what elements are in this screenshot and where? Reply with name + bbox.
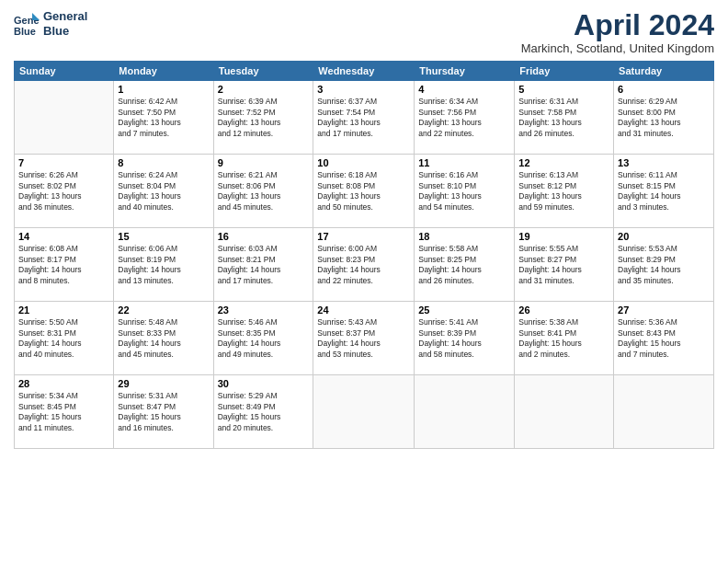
day-info: Sunrise: 5:36 AM Sunset: 8:43 PM Dayligh… bbox=[618, 317, 710, 360]
calendar-cell: 27Sunrise: 5:36 AM Sunset: 8:43 PM Dayli… bbox=[614, 302, 714, 375]
day-number: 17 bbox=[317, 231, 410, 242]
calendar-cell: 13Sunrise: 6:11 AM Sunset: 8:15 PM Dayli… bbox=[614, 155, 714, 228]
day-info: Sunrise: 6:39 AM Sunset: 7:52 PM Dayligh… bbox=[218, 97, 310, 139]
day-info: Sunrise: 6:29 AM Sunset: 8:00 PM Dayligh… bbox=[618, 97, 710, 139]
day-number: 19 bbox=[518, 231, 609, 242]
day-info: Sunrise: 6:24 AM Sunset: 8:04 PM Dayligh… bbox=[118, 170, 209, 213]
day-info: Sunrise: 6:00 AM Sunset: 8:23 PM Dayligh… bbox=[317, 244, 410, 286]
day-number: 11 bbox=[418, 157, 510, 168]
calendar-cell: 20Sunrise: 5:53 AM Sunset: 8:29 PM Dayli… bbox=[614, 228, 714, 302]
calendar-header-sunday: Sunday bbox=[15, 62, 114, 81]
day-info: Sunrise: 6:08 AM Sunset: 8:17 PM Dayligh… bbox=[18, 244, 109, 286]
day-number: 8 bbox=[118, 157, 209, 168]
day-number: 27 bbox=[618, 304, 710, 316]
day-number: 16 bbox=[218, 231, 310, 242]
month-title: April 2024 bbox=[521, 9, 714, 41]
day-number: 22 bbox=[118, 304, 209, 316]
day-info: Sunrise: 6:03 AM Sunset: 8:21 PM Dayligh… bbox=[218, 244, 310, 286]
day-info: Sunrise: 6:37 AM Sunset: 7:54 PM Dayligh… bbox=[317, 97, 410, 139]
calendar-cell: 24Sunrise: 5:43 AM Sunset: 8:37 PM Dayli… bbox=[313, 302, 415, 375]
location: Markinch, Scotland, United Kingdom bbox=[521, 41, 714, 55]
logo: General Blue General Blue bbox=[14, 9, 87, 38]
day-info: Sunrise: 5:34 AM Sunset: 8:45 PM Dayligh… bbox=[18, 391, 109, 433]
day-number: 7 bbox=[18, 157, 109, 168]
calendar-header-saturday: Saturday bbox=[614, 62, 714, 81]
day-number: 15 bbox=[118, 231, 209, 242]
calendar-cell: 12Sunrise: 6:13 AM Sunset: 8:12 PM Dayli… bbox=[515, 155, 614, 228]
day-info: Sunrise: 6:06 AM Sunset: 8:19 PM Dayligh… bbox=[118, 244, 209, 286]
day-info: Sunrise: 5:43 AM Sunset: 8:37 PM Dayligh… bbox=[317, 317, 410, 360]
day-number: 24 bbox=[317, 304, 410, 316]
day-info: Sunrise: 6:31 AM Sunset: 7:58 PM Dayligh… bbox=[518, 97, 609, 139]
day-number: 21 bbox=[18, 304, 109, 316]
day-info: Sunrise: 6:11 AM Sunset: 8:15 PM Dayligh… bbox=[618, 170, 710, 213]
calendar-cell: 19Sunrise: 5:55 AM Sunset: 8:27 PM Dayli… bbox=[515, 228, 614, 302]
calendar-cell: 4Sunrise: 6:34 AM Sunset: 7:56 PM Daylig… bbox=[415, 81, 515, 155]
day-number: 9 bbox=[218, 157, 310, 168]
day-number: 28 bbox=[18, 378, 109, 389]
calendar-cell bbox=[515, 375, 614, 449]
calendar-cell: 14Sunrise: 6:08 AM Sunset: 8:17 PM Dayli… bbox=[15, 228, 114, 302]
day-info: Sunrise: 5:53 AM Sunset: 8:29 PM Dayligh… bbox=[618, 244, 710, 286]
title-block: April 2024 Markinch, Scotland, United Ki… bbox=[521, 9, 714, 55]
calendar-cell: 16Sunrise: 6:03 AM Sunset: 8:21 PM Dayli… bbox=[213, 228, 313, 302]
day-number: 26 bbox=[518, 304, 609, 316]
calendar-header-friday: Friday bbox=[515, 62, 614, 81]
logo-text-line2: Blue bbox=[43, 24, 87, 39]
day-number: 5 bbox=[518, 84, 609, 95]
day-number: 3 bbox=[317, 84, 410, 95]
day-info: Sunrise: 6:26 AM Sunset: 8:02 PM Dayligh… bbox=[18, 170, 109, 213]
day-info: Sunrise: 6:42 AM Sunset: 7:50 PM Dayligh… bbox=[118, 97, 209, 139]
svg-text:Blue: Blue bbox=[14, 26, 36, 37]
calendar-cell: 3Sunrise: 6:37 AM Sunset: 7:54 PM Daylig… bbox=[313, 81, 415, 155]
calendar-cell: 21Sunrise: 5:50 AM Sunset: 8:31 PM Dayli… bbox=[15, 302, 114, 375]
day-number: 29 bbox=[118, 378, 209, 389]
calendar-cell: 17Sunrise: 6:00 AM Sunset: 8:23 PM Dayli… bbox=[313, 228, 415, 302]
calendar-cell bbox=[313, 375, 415, 449]
calendar-header-thursday: Thursday bbox=[415, 62, 515, 81]
logo-text-line1: General bbox=[43, 9, 87, 24]
calendar-week-5: 28Sunrise: 5:34 AM Sunset: 8:45 PM Dayli… bbox=[15, 375, 714, 449]
page-header: General Blue General Blue April 2024 Mar… bbox=[14, 9, 714, 55]
day-info: Sunrise: 6:13 AM Sunset: 8:12 PM Dayligh… bbox=[518, 170, 609, 213]
day-number: 1 bbox=[118, 84, 209, 95]
day-number: 14 bbox=[18, 231, 109, 242]
day-info: Sunrise: 5:55 AM Sunset: 8:27 PM Dayligh… bbox=[518, 244, 609, 286]
day-number: 6 bbox=[618, 84, 710, 95]
day-info: Sunrise: 5:48 AM Sunset: 8:33 PM Dayligh… bbox=[118, 317, 209, 360]
calendar-cell: 1Sunrise: 6:42 AM Sunset: 7:50 PM Daylig… bbox=[114, 81, 213, 155]
calendar-cell: 28Sunrise: 5:34 AM Sunset: 8:45 PM Dayli… bbox=[15, 375, 114, 449]
calendar: SundayMondayTuesdayWednesdayThursdayFrid… bbox=[14, 61, 714, 449]
calendar-cell: 18Sunrise: 5:58 AM Sunset: 8:25 PM Dayli… bbox=[415, 228, 515, 302]
calendar-week-1: 1Sunrise: 6:42 AM Sunset: 7:50 PM Daylig… bbox=[15, 81, 714, 155]
day-number: 18 bbox=[418, 231, 510, 242]
day-info: Sunrise: 6:16 AM Sunset: 8:10 PM Dayligh… bbox=[418, 170, 510, 213]
day-number: 10 bbox=[317, 157, 410, 168]
calendar-cell: 2Sunrise: 6:39 AM Sunset: 7:52 PM Daylig… bbox=[213, 81, 313, 155]
calendar-week-4: 21Sunrise: 5:50 AM Sunset: 8:31 PM Dayli… bbox=[15, 302, 714, 375]
calendar-cell: 8Sunrise: 6:24 AM Sunset: 8:04 PM Daylig… bbox=[114, 155, 213, 228]
day-number: 4 bbox=[418, 84, 510, 95]
day-info: Sunrise: 5:29 AM Sunset: 8:49 PM Dayligh… bbox=[218, 391, 310, 433]
calendar-header-row: SundayMondayTuesdayWednesdayThursdayFrid… bbox=[15, 62, 714, 81]
logo-icon: General Blue bbox=[14, 11, 40, 37]
calendar-cell: 23Sunrise: 5:46 AM Sunset: 8:35 PM Dayli… bbox=[213, 302, 313, 375]
calendar-cell bbox=[15, 81, 114, 155]
calendar-cell bbox=[614, 375, 714, 449]
day-number: 2 bbox=[218, 84, 310, 95]
calendar-header-wednesday: Wednesday bbox=[313, 62, 415, 81]
calendar-cell: 29Sunrise: 5:31 AM Sunset: 8:47 PM Dayli… bbox=[114, 375, 213, 449]
calendar-header-tuesday: Tuesday bbox=[213, 62, 313, 81]
day-info: Sunrise: 5:41 AM Sunset: 8:39 PM Dayligh… bbox=[418, 317, 510, 360]
day-info: Sunrise: 5:38 AM Sunset: 8:41 PM Dayligh… bbox=[518, 317, 609, 360]
calendar-cell: 5Sunrise: 6:31 AM Sunset: 7:58 PM Daylig… bbox=[515, 81, 614, 155]
day-info: Sunrise: 6:21 AM Sunset: 8:06 PM Dayligh… bbox=[218, 170, 310, 213]
calendar-cell: 6Sunrise: 6:29 AM Sunset: 8:00 PM Daylig… bbox=[614, 81, 714, 155]
calendar-cell: 26Sunrise: 5:38 AM Sunset: 8:41 PM Dayli… bbox=[515, 302, 614, 375]
day-info: Sunrise: 6:34 AM Sunset: 7:56 PM Dayligh… bbox=[418, 97, 510, 139]
day-info: Sunrise: 5:50 AM Sunset: 8:31 PM Dayligh… bbox=[18, 317, 109, 360]
day-info: Sunrise: 5:46 AM Sunset: 8:35 PM Dayligh… bbox=[218, 317, 310, 360]
calendar-week-2: 7Sunrise: 6:26 AM Sunset: 8:02 PM Daylig… bbox=[15, 155, 714, 228]
calendar-cell: 9Sunrise: 6:21 AM Sunset: 8:06 PM Daylig… bbox=[213, 155, 313, 228]
calendar-cell: 10Sunrise: 6:18 AM Sunset: 8:08 PM Dayli… bbox=[313, 155, 415, 228]
